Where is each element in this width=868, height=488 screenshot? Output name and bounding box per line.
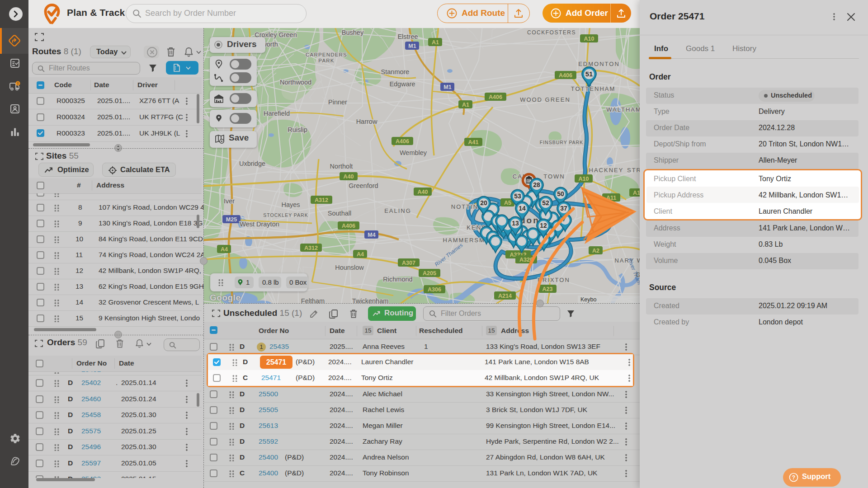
svg-text:?: ? xyxy=(792,474,795,481)
